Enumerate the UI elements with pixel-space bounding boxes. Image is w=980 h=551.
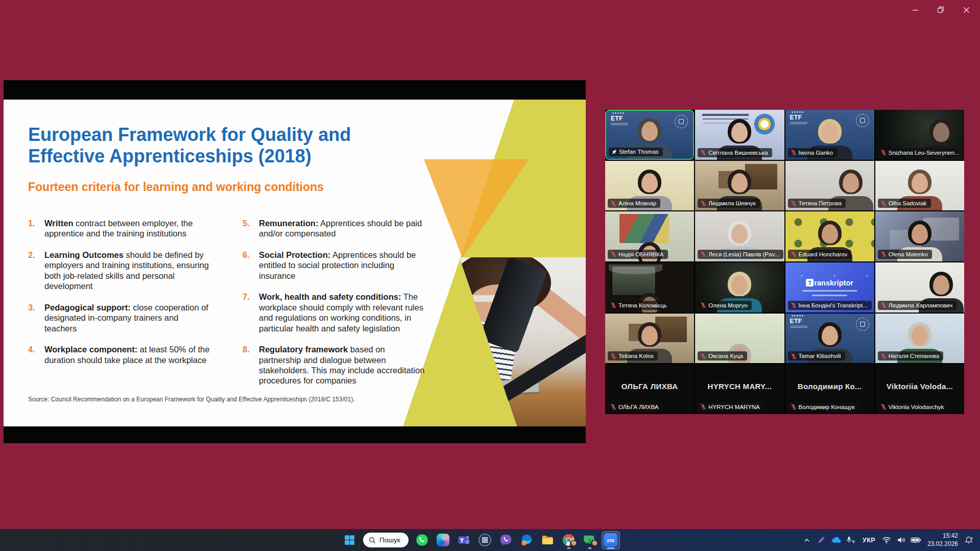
participant-name-badge: Аліна Мовнар <box>608 199 660 208</box>
mic-muted-icon <box>700 251 706 257</box>
mic-muted-icon <box>700 353 706 360</box>
tray-volume[interactable] <box>896 532 907 549</box>
participant-name-label: Stefan Thomas <box>619 149 659 155</box>
participant-tile-наталя-степанова[interactable]: Наталя Степанова <box>875 314 964 364</box>
taskbar-button-copilot[interactable] <box>434 531 452 549</box>
mic-muted-icon <box>880 200 887 207</box>
all-apps-icon <box>478 533 492 547</box>
tray-onedrive[interactable] <box>831 532 842 549</box>
participant-name-badge: Eduard Honcharov <box>788 250 852 259</box>
profile-avatar <box>591 541 598 547</box>
criteria-item: 7.Work, health and safety conditions: Th… <box>243 292 427 333</box>
notification-bell-icon[interactable]: z <box>964 532 975 549</box>
participant-display-name: Viktoriia Voloda... <box>875 382 964 391</box>
participant-tile-людмила-харлампович[interactable]: Людмила Харлампович <box>875 262 964 313</box>
taskbar-button-google-chrome[interactable] <box>560 531 578 549</box>
participant-name-label: Tamar Kitiashvili <box>799 353 841 359</box>
mic-muted-icon <box>700 302 706 308</box>
participant-tile-надія-обнявка[interactable]: Надія ОБНЯВКА <box>605 211 694 261</box>
taskbar-button-browser[interactable] <box>518 531 536 549</box>
participant-tile-аліна-мовнар[interactable]: Аліна Мовнар <box>605 161 694 211</box>
slide-subtitle: Fourteen criteria for learning and worki… <box>28 180 386 194</box>
participant-name-label: Аліна Мовнар <box>618 200 656 206</box>
head <box>933 275 949 295</box>
text-line <box>812 295 848 296</box>
mic-muted-icon <box>610 200 616 207</box>
taskbar-clock[interactable]: 15:42 23.02.2026 <box>925 532 960 548</box>
criteria-item: 6.Social Protection: Apprentices should … <box>243 250 427 281</box>
criteria-number: 1. <box>28 218 44 239</box>
mic-muted-icon <box>880 251 887 257</box>
taskbar-button-all-apps[interactable] <box>476 531 494 549</box>
participant-name-label: Tetiana Kolos <box>618 353 654 359</box>
head <box>933 123 949 142</box>
head <box>822 326 838 345</box>
participant-name-label: Інна Бондіні's Transkript... <box>799 302 868 308</box>
participant-tile-olha-sadoviak[interactable]: Olha Sadoviak <box>875 161 964 211</box>
taskbar-button-viber[interactable] <box>497 531 515 549</box>
participant-tile-інна-бондіні-s-transkript[interactable]: TranskriptorІнна Бондіні's Transkript... <box>785 262 874 313</box>
taskbar-button-file-explorer[interactable] <box>539 531 557 549</box>
participant-tile-олена-моргун[interactable]: Олена Моргун <box>695 262 784 313</box>
close-button[interactable] <box>955 2 977 17</box>
mic-muted-icon <box>791 251 797 257</box>
taskbar-button-microsoft-teams[interactable] <box>455 531 473 549</box>
participant-tile-оксана-куца[interactable]: Оксана Куца <box>695 314 784 364</box>
slide-source-note: Source: Council Recommendation on a Euro… <box>28 396 354 403</box>
participant-tile-ольга-лихва[interactable]: ОЛЬГА ЛИХВАОЛЬГА ЛИХВА <box>605 364 694 414</box>
slide-title: European Framework for Quality and Effec… <box>28 124 386 167</box>
participant-name-badge: Olha Sadoviak <box>878 199 931 208</box>
mic-muted-icon <box>880 302 887 308</box>
participant-display-name: HYRYCH MARY... <box>695 382 784 391</box>
participant-tile-tetiana-kolos[interactable]: Tetiana Kolos <box>605 314 694 364</box>
mic-muted-icon <box>610 302 616 308</box>
battery-charging-icon <box>911 537 921 543</box>
participant-tile-stefan-thomas[interactable]: ETFStefan Thomas <box>605 110 694 160</box>
participant-name-label: Olha Sadoviak <box>889 200 927 206</box>
taskbar-button-zoom[interactable]: zm <box>602 531 620 549</box>
taskbar-button-start[interactable] <box>340 531 358 549</box>
criteria-text: Social Protection: Apprentices should be… <box>259 250 426 281</box>
participant-tile-viktoriia-volodavchyk[interactable]: Viktoriia Voloda...Viktoriia Volodavchyk <box>875 364 964 414</box>
head <box>822 224 838 244</box>
participant-tile-леся-lesia-павлів-pav[interactable]: Леся (Lesia) Павлів (Pav... <box>695 211 784 261</box>
participant-tile-olena-malenko[interactable]: Olena Malenko <box>875 211 964 261</box>
participant-name-label: Леся (Lesia) Павлів (Pav... <box>708 251 779 257</box>
participant-tile-eduard-honcharov[interactable]: Eduard Honcharov <box>785 211 874 261</box>
participant-tile-snizhana-leu-severynen[interactable]: Snizhana Leu-Severynen... <box>875 110 964 160</box>
participant-tile-світлана-вишневська[interactable]: Світлана Вишневська <box>695 110 784 160</box>
participant-tile-tamar-kitiashvili[interactable]: ETFTamar Kitiashvili <box>785 314 874 364</box>
participant-name-badge: Оксана Куца <box>698 351 747 361</box>
taskbar-button-chat-app[interactable] <box>581 531 599 549</box>
tray-wifi[interactable] <box>881 532 892 549</box>
participant-tile-тетяна-коломієць[interactable]: Тетяна Коломієць <box>605 262 694 313</box>
head <box>731 173 748 193</box>
participant-tile-iwona-ganko[interactable]: ETFIwona Ganko <box>785 110 874 160</box>
minimize-button[interactable] <box>904 2 926 17</box>
tray-date: 23.02.2026 <box>927 540 958 548</box>
zoom-app-icon: zm <box>604 533 617 547</box>
participant-tile-тетяна-петрова[interactable]: Тетяна Петрова <box>785 161 874 211</box>
eu-emblem-icon <box>675 115 688 128</box>
head <box>731 224 748 244</box>
participant-name-label: Iwona Ganko <box>799 150 833 156</box>
head <box>912 173 928 193</box>
tray-battery-charging[interactable] <box>911 532 922 549</box>
search-input[interactable]: Пошук <box>363 533 409 547</box>
participant-tile-володимир-конащук[interactable]: Володимир Ко...Володимир Конащук <box>785 364 874 414</box>
tray-microphone-location-in-use[interactable] <box>846 532 857 549</box>
restore-button[interactable] <box>930 2 951 17</box>
tray-keyboard-language[interactable]: УКР <box>861 532 877 549</box>
participant-name-label: Eduard Honcharov <box>799 251 848 257</box>
participant-name-badge: Тетяна Петрова <box>788 199 846 208</box>
participant-tile-людмила-шевчук[interactable]: Людмила Шевчук <box>695 161 784 211</box>
participant-name-badge: Snizhana Leu-Severynen... <box>878 148 964 157</box>
criteria-text: Workplace component: at least 50% of the… <box>44 344 212 365</box>
participant-name-badge: Людмила Шевчук <box>698 199 760 208</box>
chevron-up-icon <box>803 537 810 544</box>
tray-hidden-icons[interactable] <box>801 532 812 549</box>
participant-tile-hyrych-maryna[interactable]: HYRYCH MARY...HYRYCH MARYNA <box>695 364 784 414</box>
taskbar-button-whatsapp[interactable] <box>413 531 432 549</box>
poster-heading-decoration <box>702 114 749 116</box>
tray-pen-app[interactable] <box>816 532 827 549</box>
